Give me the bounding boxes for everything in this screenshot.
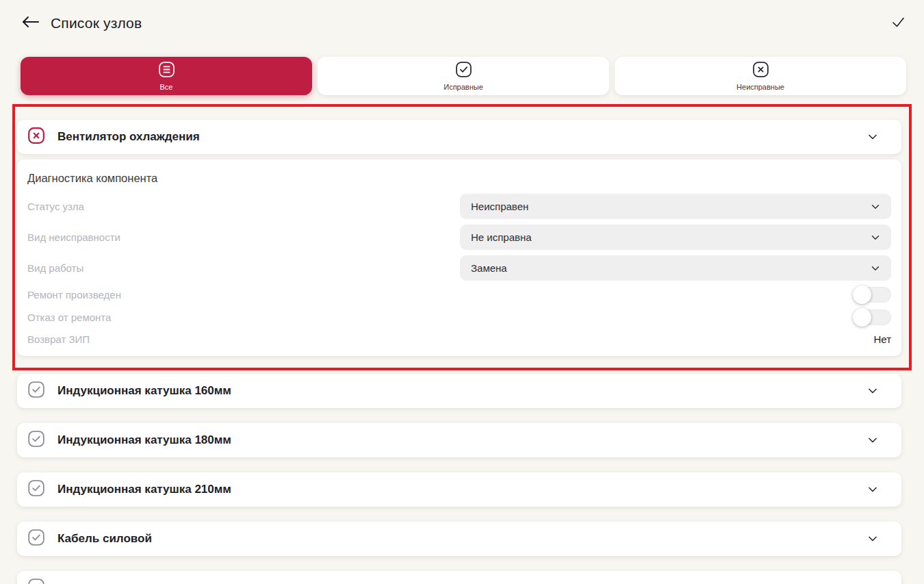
check-square-icon bbox=[27, 578, 45, 584]
accordion-title: Вентилятор охлаждения bbox=[57, 130, 200, 144]
accordion-header-coil-210[interactable]: Индукционная катушка 210мм bbox=[17, 472, 901, 507]
chevron-down-icon bbox=[866, 433, 880, 447]
tab-faulty[interactable]: Неисправные bbox=[615, 57, 906, 95]
check-square-icon bbox=[27, 381, 45, 401]
check-square-icon bbox=[27, 430, 45, 450]
chevron-down-icon bbox=[866, 130, 880, 144]
select-value: Не исправна bbox=[471, 231, 532, 243]
app-header: Список узлов bbox=[21, 10, 907, 37]
accordion-title: Кабель силовой bbox=[57, 532, 152, 546]
confirm-button[interactable] bbox=[889, 14, 907, 33]
spare-return-value: Нет bbox=[873, 333, 891, 345]
field-row-work-type: Вид работы Замена bbox=[27, 255, 891, 281]
chevron-down-icon bbox=[869, 231, 882, 244]
field-label: Статус узла bbox=[27, 201, 84, 212]
x-square-icon bbox=[752, 61, 769, 81]
fault-type-select[interactable]: Не исправна bbox=[460, 225, 891, 250]
tab-faulty-label: Неисправные bbox=[736, 83, 784, 91]
check-square-icon bbox=[27, 529, 45, 549]
repair-done-toggle[interactable] bbox=[853, 287, 891, 303]
select-value: Замена bbox=[471, 262, 507, 274]
accordion-title: Индукционная катушка 180мм bbox=[57, 433, 231, 447]
accordion-header-coil-180[interactable]: Индукционная катушка 180мм bbox=[17, 423, 901, 457]
field-label: Отказ от ремонта bbox=[27, 312, 111, 323]
check-square-icon bbox=[455, 61, 472, 81]
field-row-status: Статус узла Неисправен bbox=[27, 194, 891, 219]
toggle-knob bbox=[853, 285, 871, 304]
chevron-down-icon bbox=[866, 384, 880, 398]
accordion-title: Индукционная катушка 160мм bbox=[57, 384, 231, 398]
chevron-down-icon bbox=[866, 532, 880, 546]
accordion-header-coil-160[interactable]: Индукционная катушка 160мм bbox=[17, 374, 901, 408]
section-title: Диагностика компонента bbox=[27, 170, 891, 186]
chevron-down-icon bbox=[866, 483, 880, 496]
tab-working-label: Исправные bbox=[444, 83, 483, 91]
chevron-down-icon bbox=[869, 262, 882, 275]
node-status-select[interactable]: Неисправен bbox=[460, 194, 891, 219]
toggle-knob bbox=[853, 308, 871, 327]
tab-working[interactable]: Исправные bbox=[318, 57, 609, 95]
page-title: Список узлов bbox=[51, 15, 142, 31]
diagnostics-panel: Диагностика компонента Статус узла Неисп… bbox=[17, 160, 901, 356]
list-square-icon bbox=[158, 61, 175, 81]
x-square-icon bbox=[27, 127, 45, 147]
select-value: Неисправен bbox=[471, 201, 528, 212]
tab-all-label: Все bbox=[160, 83, 173, 91]
chevron-down-icon bbox=[869, 201, 882, 213]
repair-refused-toggle[interactable] bbox=[853, 309, 891, 325]
back-button[interactable] bbox=[21, 16, 40, 31]
accordion-header-partial[interactable] bbox=[17, 571, 901, 584]
accordion-header-cooling-fan[interactable]: Вентилятор охлаждения bbox=[17, 120, 901, 154]
accordion-title: Индукционная катушка 210мм bbox=[57, 483, 231, 496]
accordion-header-power-cable[interactable]: Кабель силовой bbox=[17, 522, 901, 556]
field-label: Вид работы bbox=[27, 262, 84, 274]
field-label: Возврат ЗИП bbox=[27, 333, 90, 345]
check-icon bbox=[889, 14, 907, 33]
field-row-spare-return: Возврат ЗИП Нет bbox=[27, 331, 891, 346]
chevron-down-icon bbox=[866, 581, 880, 584]
field-label: Ремонт произведен bbox=[27, 289, 121, 301]
component-list: Вентилятор охлаждения Диагностика компон… bbox=[17, 120, 901, 584]
check-square-icon bbox=[27, 479, 45, 500]
field-label: Вид неисправности bbox=[27, 231, 120, 243]
field-row-fault-type: Вид неисправности Не исправна bbox=[27, 225, 891, 250]
work-type-select[interactable]: Замена bbox=[460, 255, 891, 281]
filter-tabs: Все Исправные Неисправные bbox=[21, 57, 906, 95]
field-row-repair-done: Ремонт произведен bbox=[27, 286, 891, 303]
tab-all[interactable]: Все bbox=[21, 57, 312, 95]
field-row-repair-refused: Отказ от ремонта bbox=[27, 309, 891, 325]
arrow-left-icon bbox=[21, 16, 40, 31]
